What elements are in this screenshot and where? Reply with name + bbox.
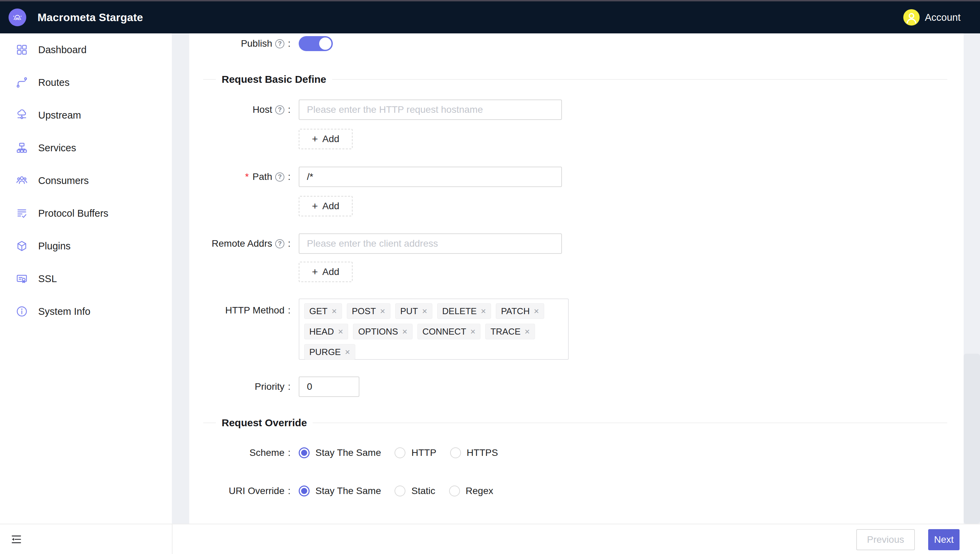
dashboard-grid-icon xyxy=(16,44,28,56)
label-colon: : xyxy=(288,381,290,392)
publish-label: Publish : xyxy=(189,38,290,49)
radio-unselected-icon[interactable] xyxy=(449,486,460,497)
remote-addrs-row: Remote Addrs : xyxy=(189,233,562,254)
section-title-override: Request Override xyxy=(216,417,313,428)
question-circle-icon[interactable] xyxy=(275,39,284,48)
scrollbar-thumb[interactable] xyxy=(964,353,980,524)
radio-option[interactable]: Regex xyxy=(449,486,493,497)
tag-label: PUT xyxy=(400,306,418,317)
http-method-label-text: HTTP Method xyxy=(225,305,284,316)
sidebar-item-label: Dashboard xyxy=(38,44,86,56)
host-input[interactable] xyxy=(299,99,562,120)
radio-option[interactable]: Stay The Same xyxy=(299,447,381,458)
http-method-select[interactable]: GETPOSTPUTDELETEPATCHHEADOPTIONSCONNECTT… xyxy=(299,298,569,360)
question-circle-icon[interactable] xyxy=(275,172,284,181)
path-input[interactable] xyxy=(299,167,562,187)
sitemap-icon xyxy=(16,142,28,154)
http-method-label: HTTP Method : xyxy=(189,305,290,316)
radio-option-label: Stay The Same xyxy=(315,486,381,497)
radio-option[interactable]: Stay The Same xyxy=(299,486,381,497)
cloud-node-icon xyxy=(16,109,28,121)
label-colon: : xyxy=(288,305,290,316)
close-icon[interactable] xyxy=(534,307,539,315)
uri-override-row: URI Override : Stay The SameStaticRegex xyxy=(189,481,493,501)
tag-label: GET xyxy=(309,306,327,317)
sidebar-item-label: Routes xyxy=(38,77,70,88)
app-header: Macrometa Stargate Account xyxy=(0,2,980,33)
route-form: Publish : Request Basic Define Host : Ad… xyxy=(189,33,964,524)
account-label: Account xyxy=(925,12,961,23)
radio-option-label: Regex xyxy=(466,486,493,497)
content-gap-strip xyxy=(172,33,189,524)
host-row: Host : xyxy=(189,99,562,120)
team-icon xyxy=(16,174,28,187)
path-add-button[interactable]: Add xyxy=(299,196,353,217)
radio-unselected-icon[interactable] xyxy=(394,447,405,458)
host-add-button[interactable]: Add xyxy=(299,129,353,149)
sidebar-item-system-info[interactable]: System Info xyxy=(0,295,172,328)
radio-option-label: Stay The Same xyxy=(315,447,381,458)
sidebar-item-label: Protocol Buffers xyxy=(38,208,109,219)
radio-option[interactable]: HTTPS xyxy=(450,447,498,458)
sidebar-item-label: Upstream xyxy=(38,110,81,121)
close-icon[interactable] xyxy=(345,347,350,357)
tag-label: DELETE xyxy=(442,306,477,317)
sidebar-item-protocol-buffers[interactable]: Protocol Buffers xyxy=(0,197,172,230)
sidebar-item-plugins[interactable]: Plugins xyxy=(0,230,172,262)
label-colon: : xyxy=(288,447,290,458)
add-button-label: Add xyxy=(322,266,339,277)
divider-line xyxy=(313,422,947,423)
scheme-row: Scheme : Stay The SameHTTPHTTPS xyxy=(189,443,498,463)
radio-unselected-icon[interactable] xyxy=(394,486,405,497)
app-title: Macrometa Stargate xyxy=(38,11,143,24)
sidebar-item-ssl[interactable]: SSL xyxy=(0,262,172,295)
radio-selected-icon[interactable] xyxy=(299,486,310,497)
close-icon[interactable] xyxy=(525,327,530,336)
uri-override-label: URI Override : xyxy=(189,486,290,497)
footer-divider xyxy=(172,524,172,554)
http-method-label-row: HTTP Method : xyxy=(189,303,290,318)
radio-unselected-icon[interactable] xyxy=(450,447,461,458)
sidebar-item-upstream[interactable]: Upstream xyxy=(0,99,172,132)
divider-line xyxy=(203,79,216,80)
priority-input[interactable] xyxy=(299,376,359,397)
label-colon: : xyxy=(288,38,290,49)
close-icon[interactable] xyxy=(481,307,486,315)
close-icon[interactable] xyxy=(470,327,475,336)
sidebar-collapse-button[interactable] xyxy=(10,533,22,546)
close-icon[interactable] xyxy=(380,307,385,315)
close-icon[interactable] xyxy=(338,327,343,336)
radio-option[interactable]: Static xyxy=(394,486,435,497)
previous-button[interactable]: Previous xyxy=(856,529,915,550)
account-avatar xyxy=(903,9,919,25)
radio-option[interactable]: HTTP xyxy=(394,447,436,458)
http-method-tag: CONNECT xyxy=(417,324,481,339)
footer-bar: Previous Next xyxy=(0,524,980,554)
menu-fold-icon xyxy=(11,533,22,545)
question-circle-icon[interactable] xyxy=(275,105,284,115)
http-method-tag: POST xyxy=(347,303,390,319)
divider-line xyxy=(332,79,947,80)
certificate-icon xyxy=(16,272,28,285)
radio-selected-icon[interactable] xyxy=(299,447,310,458)
close-icon[interactable] xyxy=(332,307,337,315)
sidebar-item-consumers[interactable]: Consumers xyxy=(0,164,172,197)
close-icon[interactable] xyxy=(422,307,427,315)
label-colon: : xyxy=(288,486,290,497)
sidebar-item-label: Services xyxy=(38,142,76,154)
account-menu[interactable]: Account xyxy=(903,9,961,25)
sidebar-item-label: Plugins xyxy=(38,240,70,252)
next-button[interactable]: Next xyxy=(928,529,959,550)
plus-icon xyxy=(312,267,318,277)
close-icon[interactable] xyxy=(402,327,407,336)
sidebar-item-dashboard[interactable]: Dashboard xyxy=(0,33,172,66)
sidebar-item-routes[interactable]: Routes xyxy=(0,66,172,99)
question-circle-icon[interactable] xyxy=(275,239,284,248)
remote-addrs-input[interactable] xyxy=(299,233,562,254)
app-logo[interactable] xyxy=(8,8,26,26)
scheme-label: Scheme : xyxy=(189,447,290,458)
publish-toggle[interactable] xyxy=(299,36,333,51)
sidebar-item-services[interactable]: Services xyxy=(0,132,172,164)
remote-addrs-add-button[interactable]: Add xyxy=(299,262,353,282)
tag-label: PATCH xyxy=(501,306,530,317)
